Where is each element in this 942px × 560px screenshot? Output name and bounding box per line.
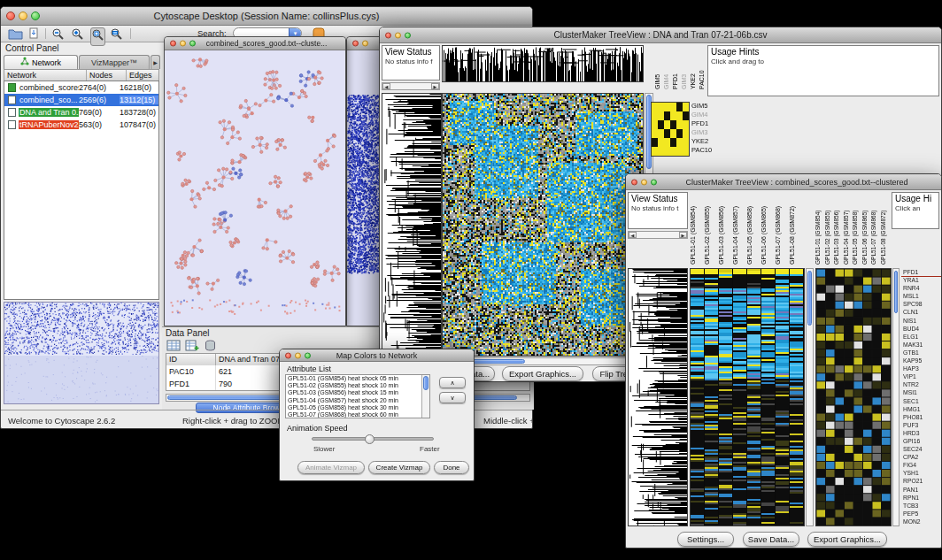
scrollbar-thumb[interactable] — [423, 376, 429, 390]
gene-name[interactable]: ELG1 — [901, 333, 941, 341]
attribute-list-item[interactable]: GPL51-02 (GSM855) heat shock 10 min — [286, 382, 429, 389]
array-column-label[interactable]: GPL51-01 (GSM854) — [690, 192, 704, 265]
gene-name[interactable]: CLN1 — [901, 308, 941, 316]
move-down-button[interactable]: ∨ — [439, 392, 466, 403]
zoom-button[interactable] — [305, 352, 311, 358]
selected-submatrix-heatmap[interactable] — [651, 102, 690, 157]
zoom-button[interactable] — [405, 32, 411, 38]
heatmap-canvas[interactable] — [690, 268, 805, 526]
network-list-row[interactable]: tRNAPuberNov2... 563(0) 107847(0) — [4, 119, 158, 131]
array-column-label[interactable]: GPL51-02 (GSM855) — [704, 192, 718, 265]
gene-name[interactable]: RPN1 — [901, 494, 941, 502]
gene-name[interactable]: PAN1 — [901, 486, 941, 494]
attribute-list-item[interactable]: GPL51-04 (GSM857) heat shock 20 min — [286, 397, 429, 404]
row-dendrogram[interactable] — [382, 93, 442, 357]
attribute-listbox[interactable]: GPL51-01 (GSM854) heat shock 05 minGPL51… — [285, 374, 430, 418]
heatmap-vscrollbar[interactable] — [806, 268, 814, 526]
gene-name[interactable]: MSI1 — [901, 388, 941, 396]
gene-column-label[interactable]: YKE2 — [690, 45, 699, 89]
network-window-titlebar[interactable]: combined_scores_good.txt--cluste... — [165, 37, 345, 50]
array-column-label[interactable]: GPL51-04 (GSM857) — [732, 192, 746, 265]
gene-label[interactable]: GIM5 — [691, 102, 727, 111]
gene-name[interactable]: MAK31 — [901, 341, 941, 349]
attribute-list-item[interactable]: GPL51-07 (GSM868) heat shock 60 min — [286, 411, 429, 418]
gene-name[interactable]: BUD4 — [901, 325, 941, 333]
gene-name[interactable]: SEC24 — [901, 445, 941, 453]
close-button[interactable] — [385, 32, 391, 38]
attribute-list-item[interactable]: GPL51-03 (GSM856) heat shock 15 min — [286, 389, 429, 396]
tab-overflow-button[interactable]: ▶ — [151, 55, 160, 69]
export-graphics-button[interactable]: Export Graphics... — [502, 366, 583, 381]
array-column-label[interactable]: GPL51-08 (GSM872) — [789, 192, 803, 265]
gene-column-label[interactable]: GIM3 — [681, 45, 690, 89]
close-button[interactable] — [6, 12, 15, 20]
scroll-right-button[interactable]: ▶ — [431, 83, 439, 89]
gene-label[interactable]: YKE2 — [691, 137, 727, 146]
minimize-button[interactable] — [395, 32, 401, 38]
gene-name[interactable]: CPA2 — [901, 453, 941, 461]
subheatmap-vscrollbar[interactable] — [892, 268, 900, 526]
minimize-button[interactable] — [641, 179, 647, 185]
array-column-label[interactable]: GPL51-07 (GSM868) — [871, 192, 881, 265]
scrollbar-thumb[interactable] — [807, 271, 812, 326]
create-vizmap-button[interactable]: Create Vizmap — [368, 461, 430, 474]
minimize-button[interactable] — [362, 41, 368, 47]
tab-vizmapper[interactable]: VizMapper™ — [79, 55, 150, 69]
network-list-row[interactable]: combined_sco... 2569(6) 13112(15) — [4, 94, 158, 106]
export-graphics-button[interactable]: Export Graphics... — [807, 532, 887, 547]
gene-name[interactable]: PUF3 — [901, 421, 941, 429]
mini-scrollbar[interactable]: ◀ ▶ — [382, 82, 440, 90]
array-column-label[interactable]: GPL51-08 (GSM872) — [881, 192, 891, 265]
gene-name[interactable]: FIG4 — [901, 461, 941, 469]
gene-name[interactable]: GPI16 — [901, 437, 941, 445]
main-window-titlebar[interactable]: Cytoscape Desktop (Session Name: collins… — [1, 7, 532, 26]
zoom-button[interactable] — [651, 179, 657, 185]
array-column-label[interactable]: GPL51-05 (GSM858) — [853, 192, 862, 265]
gene-name[interactable]: RPO21 — [901, 477, 941, 485]
attribute-list-item[interactable]: GPL51-05 (GSM858) heat shock 30 min — [286, 404, 429, 411]
gene-name[interactable]: MON2 — [901, 518, 941, 525]
gene-name[interactable]: HRD3 — [901, 429, 941, 437]
gene-name[interactable]: YSH1 — [901, 469, 941, 477]
gene-name[interactable]: GTB1 — [901, 349, 941, 357]
array-column-label[interactable]: GPL51-05 (GSM858) — [746, 192, 761, 265]
array-column-label[interactable]: GPL51-02 (GSM855) — [825, 192, 835, 265]
open-session-icon[interactable] — [8, 27, 23, 43]
close-button[interactable] — [285, 352, 291, 358]
zoom-button[interactable] — [189, 41, 196, 47]
gene-column-label[interactable]: GIM5 — [654, 45, 663, 89]
network-list-row[interactable]: combined_scores 2764(0) 16218(0) — [4, 81, 158, 94]
row-dendrogram[interactable] — [628, 268, 688, 526]
close-button[interactable] — [170, 41, 176, 47]
animate-vizmap-button[interactable]: Animate Vizmap — [297, 461, 365, 474]
attribute-list-item[interactable]: GPL51-01 (GSM854) heat shock 05 min — [286, 375, 429, 382]
birds-eye-view[interactable] — [4, 303, 158, 403]
gene-name[interactable]: NIS1 — [901, 317, 941, 325]
gene-name[interactable]: RNR4 — [901, 284, 941, 292]
gene-column-label[interactable]: PAC10 — [699, 45, 707, 89]
column-dendrogram[interactable] — [442, 45, 644, 82]
network-list-row[interactable]: DNA and Tran 0... 769(0) 183728(0) — [4, 106, 158, 119]
dialog-titlebar[interactable]: Map Colors to Network — [280, 349, 474, 362]
gene-name[interactable]: SEC1 — [901, 397, 941, 405]
close-button[interactable] — [352, 41, 359, 47]
gene-label[interactable]: PFD1 — [691, 119, 727, 128]
minimize-button[interactable] — [295, 352, 301, 358]
column-header-nodes[interactable]: Nodes — [87, 70, 127, 81]
animation-speed-slider[interactable] — [312, 437, 434, 441]
save-data-button[interactable]: Save Data... — [743, 532, 799, 547]
array-column-label[interactable]: GPL51-04 (GSM857) — [844, 192, 853, 265]
mini-scrollbar[interactable]: ◀ ▶ — [628, 231, 688, 239]
array-column-label[interactable]: GPL51-01 (GSM854) — [815, 192, 825, 265]
gene-column-label[interactable]: PFD1 — [672, 45, 681, 89]
minimize-button[interactable] — [19, 12, 27, 20]
gene-name[interactable]: KAP95 — [901, 357, 941, 364]
gene-label[interactable]: PAC10 — [691, 146, 727, 155]
scroll-left-button[interactable]: ◀ — [382, 83, 390, 89]
gene-name[interactable]: NTR2 — [901, 380, 941, 388]
gene-name[interactable]: VIP1 — [901, 372, 941, 380]
slider-thumb[interactable] — [365, 434, 374, 444]
move-up-button[interactable]: ∧ — [439, 377, 466, 388]
array-column-label[interactable]: GPL51-03 (GSM856) — [718, 192, 732, 265]
heatmap-canvas[interactable] — [442, 93, 644, 357]
